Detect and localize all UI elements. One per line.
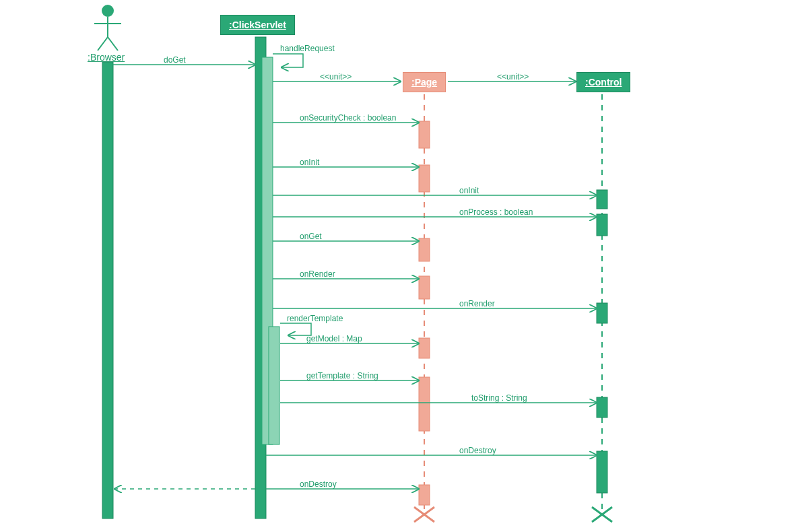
activation-page-ondestroy	[419, 485, 430, 505]
label-onget: onGet	[300, 232, 322, 241]
label-oninit-control: onInit	[459, 186, 479, 195]
activation-page-oninit	[419, 165, 430, 192]
svg-point-0	[102, 5, 114, 17]
activation-control-ondestroy	[597, 451, 607, 493]
label-unit2: <<unit>>	[497, 72, 529, 81]
activation-clickservlet-render	[269, 327, 279, 444]
activation-control-onprocess	[597, 214, 607, 236]
activation-page-getmodel	[419, 338, 430, 358]
sequence-diagram	[0, 0, 798, 532]
label-gettemplate: getTemplate : String	[306, 371, 378, 380]
label-handlerequest: handleRequest	[280, 44, 335, 53]
activation-page-onrender	[419, 276, 430, 299]
destroy-control-icon	[592, 507, 612, 522]
activation-control-onrender	[597, 303, 607, 323]
activation-browser	[102, 62, 113, 519]
label-tostring: toString : String	[471, 393, 527, 403]
label-ondestroy-control: onDestroy	[459, 446, 496, 455]
label-oninit-page: onInit	[300, 158, 319, 167]
msg-handlerequest	[273, 54, 303, 67]
activation-control-oninit	[597, 190, 607, 209]
activation-page-gettemplate	[419, 377, 430, 431]
label-onrender-control: onRender	[459, 299, 495, 308]
label-rendertemplate: renderTemplate	[287, 314, 343, 323]
label-ondestroy-page: onDestroy	[300, 479, 337, 489]
svg-line-4	[108, 37, 118, 51]
label-onsecurity: onSecurityCheck : boolean	[300, 113, 396, 123]
destroy-page-icon	[414, 507, 434, 522]
svg-line-3	[98, 37, 108, 51]
label-onrender-page: onRender	[300, 269, 335, 279]
label-onprocess: onProcess : boolean	[459, 207, 533, 217]
label-unit1: <<unit>>	[320, 72, 352, 81]
activation-page-onget	[419, 238, 430, 261]
label-getmodel: getModel : Map	[306, 334, 362, 343]
actor-browser-icon	[94, 5, 121, 51]
activation-control-tostring	[597, 397, 607, 418]
label-doget: doGet	[164, 55, 186, 65]
activation-page-security	[419, 121, 430, 148]
